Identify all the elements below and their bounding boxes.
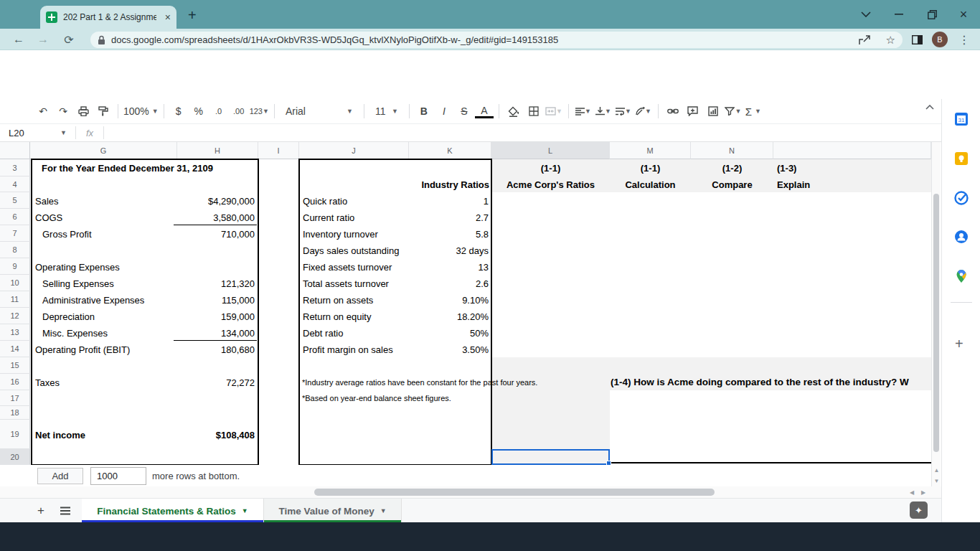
row-header-14[interactable]: 14 [0, 341, 30, 357]
row-header-8[interactable]: 8 [0, 242, 30, 258]
cell-return-on-equity[interactable]: Return on equity18.20% [299, 308, 491, 324]
strikethrough-button[interactable]: S [455, 102, 473, 121]
vertical-scrollbar-thumb[interactable] [933, 194, 939, 452]
redo-icon[interactable]: ↷ [54, 102, 72, 121]
share-page-icon[interactable] [859, 35, 870, 45]
cell-calculation-header[interactable]: Calculation [610, 176, 691, 192]
namebox-dropdown-icon[interactable]: ▼ [60, 129, 67, 136]
horizontal-scrollbar[interactable]: ◀ ▶ [0, 486, 980, 498]
new-tab-button[interactable]: + [188, 7, 197, 24]
cell-selling-expenses[interactable]: Selling Expenses121,320 [32, 275, 258, 291]
cell-fixed-assets-turnover[interactable]: Fixed assets turnover13 [299, 258, 491, 275]
restore-button[interactable] [915, 0, 948, 29]
row-header-5[interactable]: 5 [0, 192, 30, 209]
row-header-4[interactable]: 4 [0, 176, 30, 192]
row-header-17[interactable]: 17 [0, 390, 30, 406]
explore-button[interactable]: ✦ [910, 501, 928, 519]
scroll-right-icon[interactable]: ▶ [918, 488, 928, 496]
sheet-tab-financial-statements[interactable]: Financial Statements & Ratios ▼ [82, 499, 264, 523]
row-header-15[interactable]: 15 [0, 357, 30, 374]
column-header-J[interactable]: J [299, 142, 409, 159]
text-rotation-icon[interactable]: ▼ [634, 102, 653, 121]
cell-days-sales-outstanding[interactable]: Days sales outstanding32 days [299, 242, 491, 258]
cell-misc-expenses[interactable]: Misc. Expenses134,000 [32, 324, 258, 341]
row-header-3[interactable]: 3 [0, 159, 30, 176]
column-header-G[interactable]: G [30, 142, 177, 159]
print-icon[interactable] [74, 102, 93, 121]
select-all-corner[interactable] [0, 142, 30, 159]
cell-gross-profit[interactable]: Gross Profit710,000 [32, 225, 258, 242]
cell-inventory-turnover[interactable]: Inventory turnover5.8 [299, 225, 491, 242]
scroll-up-icon[interactable]: ▲ [932, 465, 941, 475]
cell-operating-expenses[interactable]: Operating Expenses [32, 258, 258, 275]
bookmark-star-icon[interactable]: ☆ [886, 34, 895, 47]
column-header-N[interactable]: N [691, 142, 773, 159]
row-header-11[interactable]: 11 [0, 291, 30, 308]
cell-net-income[interactable]: Net income$108,408 [32, 420, 258, 449]
row-header-9[interactable]: 9 [0, 258, 30, 275]
increase-decimal-button[interactable]: .00 [230, 102, 248, 121]
borders-icon[interactable] [524, 102, 543, 121]
column-header-M[interactable]: M [610, 142, 691, 159]
row-header-19[interactable]: 19 [0, 420, 30, 449]
sheet-tab-dropdown-icon[interactable]: ▼ [380, 507, 387, 514]
scroll-left-icon[interactable]: ◀ [907, 488, 917, 496]
zoom-select[interactable]: 100% ▼ [123, 102, 159, 121]
fill-color-icon[interactable] [504, 102, 523, 121]
formula-input[interactable] [104, 124, 980, 141]
cell-industry-ratios-header[interactable]: Industry Ratios [409, 176, 489, 192]
column-header-H[interactable]: H [177, 142, 258, 159]
cell-cogs[interactable]: COGS3,580,000 [32, 209, 258, 225]
insert-link-icon[interactable] [664, 102, 682, 121]
format-currency-button[interactable]: $ [169, 102, 188, 121]
cell-operating-profit[interactable]: Operating Profit (EBIT)180,680 [32, 341, 258, 357]
column-header-K[interactable]: K [409, 142, 491, 159]
italic-button[interactable]: I [435, 102, 453, 121]
rows-count-input[interactable] [90, 467, 146, 485]
cell-question-1-4[interactable]: (1-4) How is Acme doing compared to the … [611, 374, 929, 390]
sheet-tab-time-value[interactable]: Time Value of Money ▼ [264, 499, 402, 523]
add-rows-button[interactable]: Add [37, 468, 83, 484]
create-filter-icon[interactable]: ▼ [724, 102, 743, 121]
cell-code-1-1b[interactable]: (1-1) [610, 159, 691, 176]
url-bar[interactable]: docs.google.com/spreadsheets/d/1HAxrOkbV… [90, 32, 903, 48]
vertical-align-icon[interactable]: ▼ [594, 102, 613, 121]
keep-icon[interactable] [954, 151, 969, 166]
font-select[interactable]: Arial▼ [280, 102, 359, 121]
cell-code-1-3[interactable]: (1-3) [777, 159, 928, 176]
row-header-10[interactable]: 10 [0, 275, 30, 291]
horizontal-scrollbar-thumb[interactable] [314, 489, 715, 496]
text-wrap-icon[interactable]: ▼ [614, 102, 633, 121]
cell-compare-header[interactable]: Compare [691, 176, 773, 192]
row-header-6[interactable]: 6 [0, 209, 30, 225]
tab-close-icon[interactable]: × [165, 11, 171, 23]
toolbar-collapse-icon[interactable] [925, 105, 934, 110]
horizontal-align-icon[interactable]: ▼ [574, 102, 593, 121]
bold-button[interactable]: B [415, 102, 433, 121]
sheet-tab-dropdown-icon[interactable]: ▼ [242, 507, 248, 514]
cell-explain-header[interactable]: Explain [777, 176, 928, 192]
more-formats-button[interactable]: 123▼ [250, 102, 269, 121]
row-header-13[interactable]: 13 [0, 324, 30, 341]
cell-administrative-expenses[interactable]: Administrative Expenses115,000 [32, 291, 258, 308]
cell-code-1-2[interactable]: (1-2) [691, 159, 773, 176]
cell-quick-ratio[interactable]: Quick ratio1 [299, 192, 491, 209]
calendar-icon[interactable]: 31 [954, 112, 969, 126]
decrease-decimal-button[interactable]: .0 [209, 102, 228, 121]
cell-code-1-1a[interactable]: (1-1) [491, 159, 610, 176]
tab-search-icon[interactable] [849, 0, 882, 29]
cell-depreciation[interactable]: Depreciation159,000 [32, 308, 258, 324]
cell-total-assets-turnover[interactable]: Total assets turnover2.6 [299, 275, 491, 291]
insert-chart-icon[interactable] [704, 102, 722, 121]
functions-button[interactable]: Σ ▼ [744, 102, 763, 121]
merge-cells-icon[interactable]: ▼ [545, 102, 563, 121]
answer-area[interactable] [610, 390, 931, 463]
scroll-down-icon[interactable]: ▼ [932, 476, 941, 486]
font-size-select[interactable]: 11▼ [369, 102, 404, 121]
row-header-7[interactable]: 7 [0, 225, 30, 242]
add-addon-icon[interactable]: + [955, 336, 963, 352]
format-percent-button[interactable]: % [189, 102, 208, 121]
vertical-scrollbar[interactable]: ▲ ▼ [931, 142, 941, 486]
tasks-icon[interactable] [954, 191, 969, 205]
add-sheet-icon[interactable]: + [30, 499, 52, 523]
